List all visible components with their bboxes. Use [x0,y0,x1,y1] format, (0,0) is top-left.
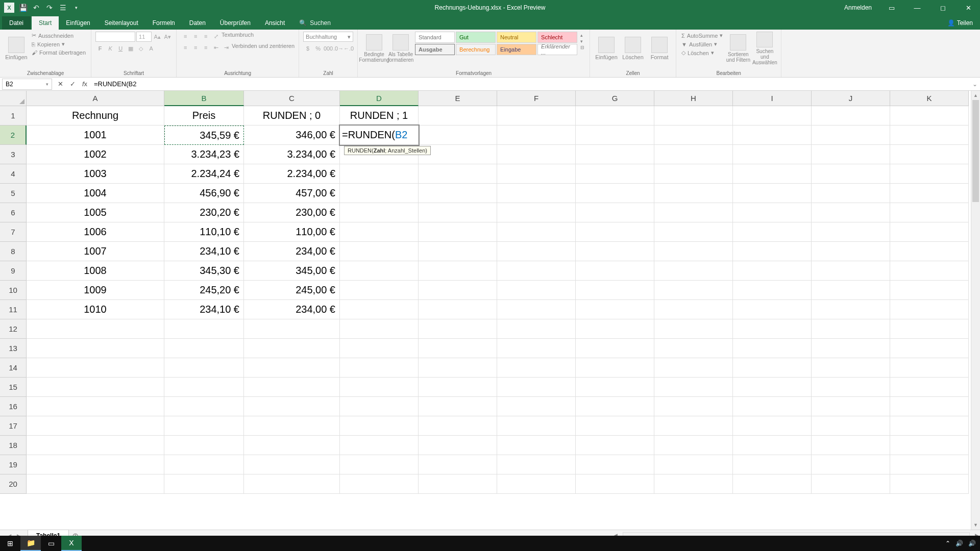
row-header-7[interactable]: 7 [0,222,27,242]
cell-F3[interactable] [497,145,576,164]
cell-C8[interactable]: 234,00 € [244,242,340,261]
cell-B16[interactable] [164,397,244,416]
bold-button[interactable]: F [95,44,105,53]
cell-K7[interactable] [890,222,969,242]
cell-C12[interactable] [244,319,340,339]
row-header-2[interactable]: 2 [0,126,27,145]
cell-K13[interactable] [890,339,969,358]
cell-A10[interactable]: 1009 [27,281,164,300]
minimize-button[interactable]: — [905,0,929,15]
cell-A15[interactable] [27,378,164,397]
cell-A14[interactable] [27,358,164,378]
row-header-1[interactable]: 1 [0,106,27,126]
cell-G9[interactable] [576,261,654,281]
cell-J1[interactable] [812,106,890,126]
cell-C7[interactable]: 110,00 € [244,222,340,242]
cell-K15[interactable] [890,378,969,397]
cell-G12[interactable] [576,319,654,339]
cell-K18[interactable] [890,436,969,455]
cell-A4[interactable]: 1003 [27,164,164,184]
cell-H13[interactable] [654,339,733,358]
cell-A9[interactable]: 1008 [27,261,164,281]
cell-F15[interactable] [497,378,576,397]
cell-H9[interactable] [654,261,733,281]
cell-I12[interactable] [733,319,812,339]
col-header-F[interactable]: F [497,91,576,106]
cell-I3[interactable] [733,145,812,164]
cell-A11[interactable]: 1010 [27,300,164,319]
style-gut[interactable]: Gut [456,32,496,43]
cell-D11[interactable] [340,300,419,319]
cell-H15[interactable] [654,378,733,397]
tray-up-icon[interactable]: ⌃ [945,540,950,547]
cell-I20[interactable] [733,474,812,494]
cell-K16[interactable] [890,397,969,416]
cell-C6[interactable]: 230,00 € [244,203,340,222]
row-header-14[interactable]: 14 [0,358,27,378]
qat-more-icon[interactable]: ▾ [71,3,81,12]
cell-J3[interactable] [812,145,890,164]
cell-F20[interactable] [497,474,576,494]
cell-J17[interactable] [812,416,890,436]
cell-J20[interactable] [812,474,890,494]
cell-I5[interactable] [733,184,812,203]
cell-D14[interactable] [340,358,419,378]
save-icon[interactable]: 💾 [18,3,28,12]
cell-J7[interactable] [812,222,890,242]
cell-K19[interactable] [890,455,969,474]
cell-B12[interactable] [164,319,244,339]
cell-B5[interactable]: 456,90 € [164,184,244,203]
cell-G3[interactable] [576,145,654,164]
cell-J5[interactable] [812,184,890,203]
wrap-text-button[interactable]: Textumbruch [222,32,254,41]
cell-E19[interactable] [419,455,497,474]
cell-J11[interactable] [812,300,890,319]
cell-D19[interactable] [340,455,419,474]
cell-B8[interactable]: 234,10 € [164,242,244,261]
cell-G8[interactable] [576,242,654,261]
comma-icon[interactable]: 000 [324,44,333,53]
style-berechnung[interactable]: Berechnung [456,44,496,55]
tab-view[interactable]: Ansicht [258,16,292,30]
col-header-I[interactable]: I [733,91,812,106]
cell-F5[interactable] [497,184,576,203]
cell-G2[interactable] [576,126,654,145]
col-header-J[interactable]: J [812,91,890,106]
row-header-10[interactable]: 10 [0,281,27,300]
cell-F13[interactable] [497,339,576,358]
cell-D16[interactable] [340,397,419,416]
cell-G17[interactable] [576,416,654,436]
col-header-E[interactable]: E [419,91,497,106]
cell-D20[interactable] [340,474,419,494]
cell-B19[interactable] [164,455,244,474]
cancel-formula-button[interactable]: ✕ [54,79,66,90]
cell-E20[interactable] [419,474,497,494]
delete-cells-button[interactable]: Löschen [621,32,645,65]
cell-G14[interactable] [576,358,654,378]
col-header-D[interactable]: D [340,91,419,106]
cell-G19[interactable] [576,455,654,474]
cell-E13[interactable] [419,339,497,358]
cell-J8[interactable] [812,242,890,261]
cell-I9[interactable] [733,261,812,281]
cell-K2[interactable] [890,126,969,145]
fill-color-button[interactable]: ◇ [136,44,145,53]
cell-I14[interactable] [733,358,812,378]
cell-D6[interactable] [340,203,419,222]
cell-C1[interactable]: RUNDEN ; 0 [244,106,340,126]
increase-decimal-icon[interactable]: .0→ [334,44,343,53]
format-cells-button[interactable]: Format [647,32,672,65]
cell-D5[interactable] [340,184,419,203]
cell-C3[interactable]: 3.234,00 € [244,145,340,164]
cell-B4[interactable]: 2.234,24 € [164,164,244,184]
col-header-C[interactable]: C [244,91,340,106]
cell-A2[interactable]: 1001 [27,126,164,145]
cell-F16[interactable] [497,397,576,416]
row-header-5[interactable]: 5 [0,184,27,203]
row-header-12[interactable]: 12 [0,319,27,339]
cell-A1[interactable]: Rechnung [27,106,164,126]
cell-G5[interactable] [576,184,654,203]
touch-icon[interactable]: ☰ [58,3,67,12]
conditional-formatting-button[interactable]: Bedingte Formatierung [362,32,386,65]
copy-button[interactable]: ⎘Kopieren ▾ [31,40,87,48]
